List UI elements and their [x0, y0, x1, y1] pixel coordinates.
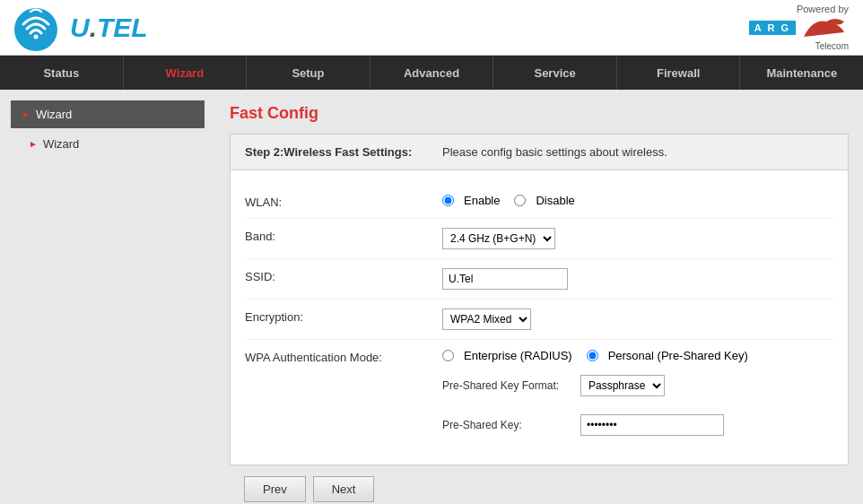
- content-area: Fast Config Step 2:Wireless Fast Setting…: [215, 90, 863, 504]
- arg-label: A R G: [749, 21, 796, 35]
- config-header: Step 2:Wireless Fast Settings: Please co…: [231, 135, 848, 170]
- powered-by-section: Powered by A R G Telecom: [749, 4, 849, 51]
- psk-format-select[interactable]: PassphraseHex: [580, 375, 665, 396]
- psk-key-row: Pre-Shared Key:: [442, 409, 724, 441]
- encryption-label: Encryption:: [245, 308, 442, 324]
- step-desc: Please config basic settings about wirel…: [442, 145, 667, 159]
- wlan-control: Enable Disable: [442, 194, 575, 207]
- sidebar-item-wizard-sub[interactable]: ► Wizard: [11, 132, 205, 156]
- wpa-personal-radio[interactable]: [587, 350, 598, 361]
- wpa-auth-control: Enterprise (RADIUS) Personal (Pre-Shared…: [442, 349, 748, 441]
- logo-area: U.TEL: [14, 4, 148, 51]
- next-button[interactable]: Next: [313, 476, 375, 502]
- ssid-control: [442, 268, 568, 290]
- nav-status[interactable]: Status: [0, 56, 124, 90]
- step-label: Step 2:Wireless Fast Settings:: [245, 145, 442, 159]
- ssid-input[interactable]: [442, 268, 568, 290]
- sidebar-item-wizard-active[interactable]: ► Wizard: [11, 100, 205, 128]
- band-select[interactable]: 2.4 GHz (B+G+N)2.4 GHz (B+G)2.4 GHz (N o…: [442, 228, 555, 249]
- logo-icon: [14, 4, 65, 51]
- wpa-auth-label: WPA Authentication Mode:: [245, 349, 442, 364]
- ssid-label: SSID:: [245, 268, 442, 283]
- main-nav: Status Wizard Setup Advanced Service Fir…: [0, 56, 863, 90]
- wlan-enable-radio[interactable]: [442, 195, 454, 206]
- encryption-row: Encryption: WPA2 MixedWPA2WPANone: [245, 300, 833, 340]
- prev-button[interactable]: Prev: [244, 476, 306, 502]
- wlan-enable-label: Enable: [464, 194, 500, 207]
- ssid-row: SSID:: [245, 259, 833, 300]
- wpa-enterprise-label: Enterprise (RADIUS): [464, 349, 572, 362]
- sidebar-active-label: Wizard: [36, 108, 72, 121]
- nav-maintenance[interactable]: Maintenance: [740, 56, 863, 90]
- page-title: Fast Config: [230, 104, 849, 123]
- wlan-disable-radio[interactable]: [514, 195, 526, 206]
- band-row: Band: 2.4 GHz (B+G+N)2.4 GHz (B+G)2.4 GH…: [245, 219, 833, 259]
- wlan-label: WLAN:: [245, 194, 442, 209]
- psk-input[interactable]: [580, 414, 724, 436]
- form-section: WLAN: Enable Disable Band: 2.4 GHz (B+G+…: [231, 170, 848, 465]
- header: U.TEL Powered by A R G Telecom: [0, 0, 863, 56]
- sidebar-sub-label: Wizard: [43, 137, 79, 151]
- wpa-personal-label: Personal (Pre-Shared Key): [608, 349, 748, 362]
- nav-firewall[interactable]: Firewall: [617, 56, 741, 90]
- telecom-label: Telecom: [749, 41, 849, 51]
- arg-logo-icon: [799, 14, 849, 41]
- encryption-select[interactable]: WPA2 MixedWPA2WPANone: [442, 308, 531, 330]
- arrow-icon: ►: [22, 109, 31, 119]
- powered-by-text: Powered by: [749, 4, 849, 14]
- nav-wizard[interactable]: Wizard: [124, 56, 248, 90]
- button-bar: Prev Next: [230, 465, 849, 504]
- main-layout: ► Wizard ► Wizard Fast Config Step 2:Wir…: [0, 90, 863, 504]
- svg-point-1: [34, 34, 39, 39]
- psk-format-label: Pre-Shared Key Format:: [442, 379, 577, 392]
- band-label: Band:: [245, 228, 442, 243]
- wpa-auth-row: WPA Authentication Mode: Enterprise (RAD…: [245, 340, 833, 450]
- nav-setup[interactable]: Setup: [247, 56, 370, 90]
- config-box: Step 2:Wireless Fast Settings: Please co…: [230, 134, 849, 465]
- wpa-mode-options: Enterprise (RADIUS) Personal (Pre-Shared…: [442, 349, 748, 362]
- nav-service[interactable]: Service: [493, 56, 617, 90]
- wlan-row: WLAN: Enable Disable: [245, 185, 833, 219]
- sidebar: ► Wizard ► Wizard: [0, 90, 215, 504]
- wpa-enterprise-radio[interactable]: [442, 350, 454, 361]
- band-control: 2.4 GHz (B+G+N)2.4 GHz (B+G)2.4 GHz (N o…: [442, 228, 555, 249]
- brand-name: U.TEL: [70, 13, 148, 43]
- sub-arrow-icon: ►: [29, 139, 38, 149]
- wlan-disable-label: Disable: [536, 194, 574, 207]
- encryption-control: WPA2 MixedWPA2WPANone: [442, 308, 531, 330]
- nav-advanced[interactable]: Advanced: [370, 56, 494, 90]
- psk-key-label: Pre-Shared Key:: [442, 419, 577, 431]
- psk-format-row: Pre-Shared Key Format: PassphraseHex: [442, 369, 665, 402]
